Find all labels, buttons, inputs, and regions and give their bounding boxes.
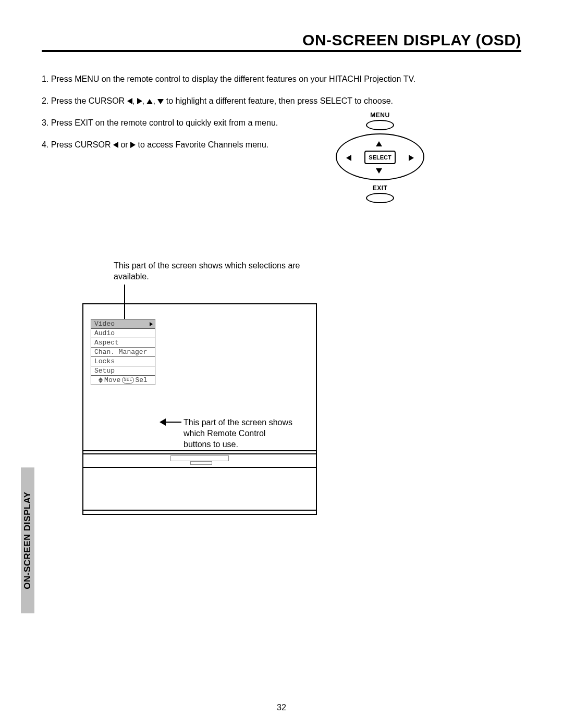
caption-remote-buttons: This part of the screen shows which Remo… (183, 417, 293, 450)
dpad-down-icon (376, 166, 382, 175)
instruction-2-text-a: 2. Press the CURSOR (42, 96, 127, 105)
sel-pill-icon: SEL (122, 377, 133, 384)
instruction-3: 3. Press EXIT on the remote control to q… (42, 117, 521, 129)
dpad-up-icon (376, 139, 382, 148)
page-number: 32 (0, 703, 563, 712)
osd-hint-sel: Sel (136, 376, 148, 384)
instruction-2: 2. Press the CURSOR , , , to highlight a… (42, 95, 521, 107)
osd-hint-bar: Move SEL Sel (91, 375, 155, 385)
osd-item-aspect: Aspect (91, 338, 155, 348)
remote-exit-label: EXIT (336, 184, 424, 192)
arrow-left-icon (160, 418, 166, 426)
osd-item-audio: Audio (91, 328, 155, 338)
osd-item-locks: Locks (91, 356, 155, 366)
menu-button-icon (366, 120, 394, 130)
move-updown-icon (99, 377, 103, 383)
dpad-right-icon (409, 153, 414, 163)
section-tab: ON-SCREEN DISPLAY (21, 467, 34, 613)
tv-front-controls (187, 461, 212, 465)
osd-hint-move: Move (104, 376, 120, 384)
osd-item-chan-manager: Chan. Manager (91, 347, 155, 357)
tv-foot (83, 510, 316, 514)
instruction-4: 4. Press CURSOR or to access Favorite Ch… (42, 139, 521, 151)
instruction-4-text-c: to access Favorite Channels menu. (138, 140, 269, 149)
tv-speaker-panel (83, 453, 316, 467)
remote-select-button: SELECT (364, 151, 396, 164)
remote-menu-label: MENU (336, 112, 424, 119)
cursor-up-icon (146, 99, 153, 104)
cursor-down-icon (157, 99, 164, 104)
osd-item-label: Video (94, 320, 115, 328)
osd-item-video: Video (91, 319, 155, 329)
osd-menu: Video Audio Aspect Chan. Manager Locks S… (91, 319, 155, 385)
tv-control-door-icon (190, 461, 212, 465)
manual-page: ON-SCREEN DISPLAY (OSD) 1. Press MENU on… (0, 0, 563, 728)
cursor-left-icon (113, 142, 118, 148)
cursor-left-icon (127, 98, 132, 104)
tv-brand-plate (170, 455, 229, 461)
instructions-list: 1. Press MENU on the remote control to d… (42, 73, 521, 151)
submenu-arrow-icon (150, 322, 153, 326)
tv-screen: Video Audio Aspect Chan. Manager Locks S… (83, 304, 316, 450)
instruction-4-text-a: 4. Press CURSOR (42, 140, 113, 149)
dpad-left-icon (346, 153, 351, 163)
header-rule: ON-SCREEN DISPLAY (OSD) (42, 31, 521, 52)
page-title: ON-SCREEN DISPLAY (OSD) (42, 31, 521, 49)
pointer-line-icon (164, 422, 181, 423)
caption-selections: This part of the screen shows which sele… (114, 261, 322, 282)
remote-diagram: MENU SELECT EXIT (336, 112, 424, 206)
remote-dpad: SELECT (336, 133, 424, 180)
instruction-2-text-b: to highlight a different feature, then p… (166, 96, 393, 105)
cursor-right-icon (130, 142, 136, 148)
osd-item-setup: Setup (91, 366, 155, 376)
cursor-right-icon (137, 98, 142, 104)
instruction-1: 1. Press MENU on the remote control to d… (42, 73, 521, 85)
tv-cabinet-base (83, 467, 316, 510)
instruction-4-text-b: or (120, 140, 130, 149)
tv-illustration: Video Audio Aspect Chan. Manager Locks S… (82, 303, 317, 515)
exit-button-icon (366, 193, 394, 203)
section-tab-label: ON-SCREEN DISPLAY (22, 491, 33, 589)
